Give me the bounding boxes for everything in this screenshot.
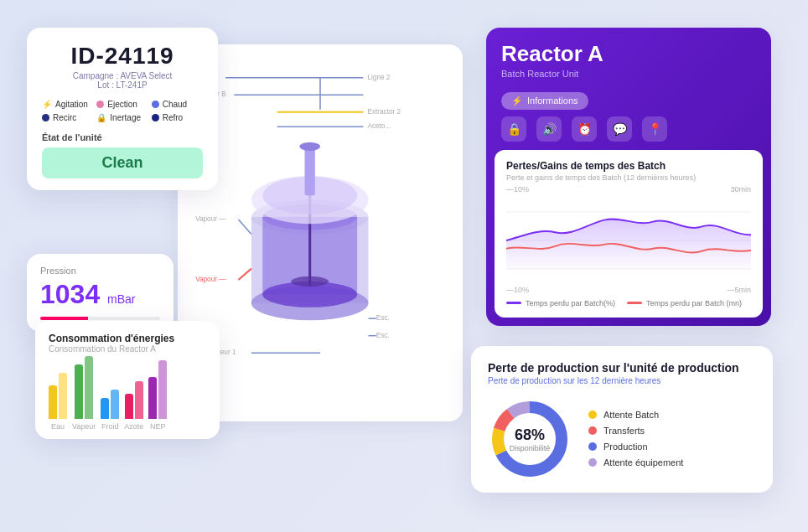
label-attente-batch: Attente Batch [603, 410, 659, 420]
bar-label-vapeur: Vapeur [72, 422, 96, 431]
batch-chart-card: Pertes/Gains de temps des Batch Perte et… [495, 150, 763, 318]
bar-label-eau: Eau [51, 422, 65, 431]
bar-group-froid: Froid [101, 390, 119, 431]
reactor-tabs: ⚡ Informations [486, 85, 771, 110]
legend-line-red [627, 302, 642, 304]
icon-pin[interactable]: 📍 [642, 116, 667, 142]
info-tab-icon: ⚡ [511, 96, 523, 106]
energy-title: Consommation d'énergies [49, 333, 206, 344]
dot-attente-batch [588, 411, 597, 419]
svg-text:Ligne 2: Ligne 2 [367, 73, 390, 80]
svg-text:Esc.: Esc. [376, 331, 390, 338]
production-subtitle: Perte de production sur les 12 dernière … [488, 376, 756, 385]
energy-subtitle: Consommation du Reactor A [49, 344, 206, 354]
legend-red: Temps perdu par Batch (mn) [627, 299, 742, 307]
svg-text:Esc.: Esc. [376, 314, 390, 322]
production-legend: Attente Batch Transferts Production Atte… [588, 410, 683, 467]
piping-diagram: Ligne 1 Ligne 2 Reactor B Extractor 2 Ac… [191, 58, 449, 376]
axis-left-bottom: —10% [506, 286, 529, 294]
bar-eau-2 [59, 373, 67, 419]
refro-label: Refro [163, 113, 183, 122]
pressure-card: Pression 1034 mBar [27, 254, 174, 332]
inertage-icon: 🔒 [96, 113, 106, 122]
status-agitation: ⚡ Agitation [42, 100, 93, 109]
label-attente-equipement: Attente équipement [603, 457, 683, 467]
recirc-dot [42, 114, 49, 121]
bar-vapeur-1 [75, 364, 83, 419]
dot-production [588, 442, 597, 451]
energy-bar-chart: Eau Vapeur Froid [49, 364, 206, 431]
refro-dot [152, 114, 159, 121]
legend-label-purple: Temps perdu par Batch(%) [526, 299, 615, 307]
legend-line-purple [506, 302, 521, 304]
batch-chart-subtitle: Perte et gains de temps des Batch (12 de… [506, 173, 751, 182]
reactor-subtitle: Batch Reactor Unit [501, 69, 756, 79]
pressure-value: 1034 mBar [40, 279, 160, 310]
id-title: ID-24119 [42, 43, 203, 70]
status-recirc: Recirc [42, 113, 93, 122]
legend-transferts: Transferts [588, 426, 683, 436]
agitation-label: Agitation [55, 100, 88, 109]
icon-clock[interactable]: ⏰ [572, 116, 597, 142]
svg-text:Vapour —: Vapour — [195, 215, 226, 223]
legend-attente-equipement: Attente équipement [588, 457, 683, 467]
etat-label: État de l'unité [42, 132, 203, 142]
donut-disp: Disponibilité [510, 443, 551, 452]
bar-eau-1 [49, 385, 57, 419]
donut-chart: 68% Disponibilité [488, 397, 572, 481]
bar-label-nep: NEP [150, 422, 166, 431]
info-tab-label: Informations [527, 96, 578, 106]
bar-label-froid: Froid [101, 422, 119, 431]
ejection-dot [96, 101, 104, 108]
bar-group-vapeur: Vapeur [72, 356, 96, 431]
reactor-card: Reactor A Batch Reactor Unit ⚡ Informati… [486, 28, 771, 326]
chart-legend: Temps perdu par Batch(%) Temps perdu par… [506, 299, 751, 307]
bar-group-eau: Eau [49, 373, 67, 431]
batch-line-chart [506, 199, 751, 282]
axis-left-top: —10% [506, 185, 529, 194]
status-ejection: Ejection [96, 100, 148, 109]
clean-button[interactable]: Clean [42, 147, 203, 178]
svg-point-21 [299, 142, 320, 150]
bar-nep-1 [148, 377, 157, 419]
svg-text:Extractor 2: Extractor 2 [367, 107, 401, 115]
pressure-label: Pression [40, 266, 160, 276]
bar-froid-1 [101, 398, 109, 419]
svg-text:Aceto...: Aceto... [367, 122, 391, 130]
bar-vapeur-2 [85, 356, 93, 419]
tab-informations[interactable]: ⚡ Informations [501, 92, 588, 110]
diagram-card: Ligne 1 Ligne 2 Reactor B Extractor 2 Ac… [178, 44, 463, 421]
status-inertage: 🔒 Inertage [96, 113, 148, 122]
reactor-header: Reactor A Batch Reactor Unit [486, 28, 771, 85]
ejection-label: Ejection [107, 100, 137, 109]
status-chaud: Chaud [152, 100, 203, 109]
recirc-label: Recirc [53, 113, 76, 122]
dashboard-container: ID-24119 Campagne : AVEVA Select Lot : L… [27, 19, 781, 514]
donut-pct: 68% [510, 426, 551, 443]
legend-attente-batch: Attente Batch [588, 410, 683, 420]
bar-label-azote: Azote [124, 422, 143, 431]
production-card: Perte de production sur l'unité de produ… [471, 346, 773, 493]
reactor-title: Reactor A [501, 41, 756, 67]
pressure-bar [40, 317, 160, 320]
status-grid: ⚡ Agitation Ejection Chaud Recirc 🔒 Iner… [42, 100, 203, 122]
dot-transferts [588, 426, 597, 435]
icon-sound[interactable]: 🔊 [536, 116, 562, 142]
icon-chat[interactable]: 💬 [607, 116, 632, 142]
status-refro: Refro [152, 113, 203, 122]
dot-attente-equipement [588, 458, 597, 467]
svg-line-25 [238, 268, 251, 279]
axis-right-top: 30min [730, 185, 751, 194]
axis-right-bottom: —5min [727, 286, 751, 294]
chaud-dot [152, 101, 159, 108]
svg-point-17 [291, 276, 329, 286]
reactor-icon-row: 🔒 🔊 ⏰ 💬 📍 [486, 116, 771, 150]
icon-lock[interactable]: 🔒 [501, 116, 526, 142]
svg-rect-20 [305, 147, 315, 194]
campaign-label: Campagne : AVEVA Select [42, 71, 203, 80]
lot-label: Lot : LT-241P [42, 80, 203, 90]
bar-azote-2 [135, 381, 143, 419]
agitation-icon: ⚡ [42, 100, 52, 109]
svg-line-23 [238, 220, 251, 234]
label-production: Production [603, 442, 648, 452]
